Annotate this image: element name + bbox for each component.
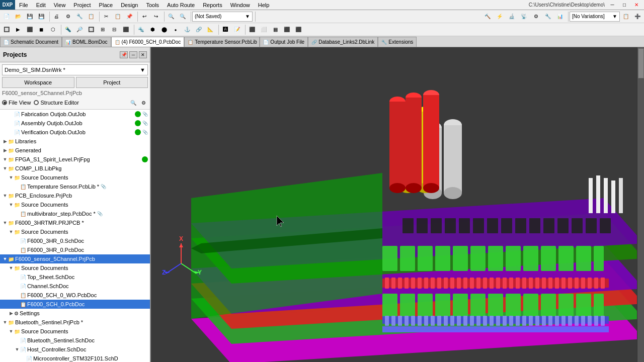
print-btn[interactable]: 🖨 [51, 11, 62, 22]
minimize-btn[interactable]: ─ [607, 0, 618, 11]
tb-r7[interactable]: 📊 [554, 11, 566, 22]
menu-design[interactable]: Design [117, 0, 142, 10]
tb2-8[interactable]: 🔲 [86, 24, 97, 35]
tb2-24[interactable]: ⬛ [281, 24, 292, 35]
tb2-14[interactable]: ⬤ [158, 24, 170, 35]
menu-help[interactable]: Help [254, 0, 274, 10]
tree-item-comp_src[interactable]: ▼📁Source Documents [0, 173, 150, 182]
tb-r4[interactable]: 📡 [518, 11, 529, 22]
tree-item-top_sheet[interactable]: 📄Top_Sheet.SchDoc [0, 273, 150, 282]
menu-autoroute[interactable]: Auto Route [163, 0, 199, 10]
tb2-17[interactable]: 🔗 [193, 24, 204, 35]
workspace-btn[interactable]: Workspace [2, 77, 74, 88]
tree-item-f6000_5ch[interactable]: ▼📁F6000_sensor_5Channel.PrjPcb [0, 254, 150, 263]
panel-min-btn[interactable]: ─ [129, 51, 137, 58]
menu-view[interactable]: View [50, 0, 70, 10]
tab-schematic[interactable]: 📄 Schematic Document [0, 37, 62, 47]
tb2-18[interactable]: 📐 [205, 24, 216, 35]
tree-toggle-assembly[interactable] [8, 120, 14, 126]
tree-toggle-bt_src[interactable]: ▼ [8, 328, 14, 334]
tb2-23[interactable]: ▦ [270, 24, 281, 35]
tree-item-generated[interactable]: ▶📁Generated [0, 146, 150, 155]
menu-file[interactable]: File [15, 0, 32, 10]
tb2-1[interactable]: 🔲 [1, 24, 12, 35]
tree-toggle-top_sheet[interactable] [14, 274, 20, 280]
tree-item-pcb_src[interactable]: ▼📁Source Documents [0, 200, 150, 209]
menu-edit[interactable]: Edit [32, 0, 50, 10]
tree-item-temp_sensor[interactable]: 📋Temperature Sensor.PcbLib *📎 [0, 182, 150, 191]
tree-toggle-f6000_5ch_src[interactable]: ▼ [8, 265, 14, 271]
scrollbar-thumb[interactable] [638, 48, 644, 78]
tb-r1[interactable]: 🔨 [482, 11, 493, 22]
unsaved-dropdown[interactable]: (Not Saved) ▼ [192, 12, 253, 22]
tree-toggle-verification[interactable] [8, 129, 14, 135]
no-variations-dropdown[interactable]: [No Variations] ▼ [570, 12, 620, 22]
tree-toggle-pcb_enclosure[interactable]: ▼ [2, 193, 8, 199]
tree-toggle-f6000_3hr_0_pcb[interactable] [14, 247, 20, 253]
tree-item-f6000_3hr_0_sch[interactable]: 📄F6000_3HR_0.SchDoc [0, 236, 150, 245]
tb2-22[interactable]: ⬜ [258, 24, 269, 35]
undo-btn[interactable]: ↩ [139, 11, 150, 22]
tree-item-fpga[interactable]: ▼📁FPGA_S1_Spirit_Level.PrjFpg [0, 155, 150, 164]
tb-btn6[interactable]: 🔧 [74, 11, 85, 22]
tree-toggle-micro[interactable] [20, 355, 26, 361]
panel-view-btn1[interactable]: 🔍 [129, 98, 138, 107]
tree-item-f6000_5ch_src[interactable]: ▼📁Source Documents [0, 263, 150, 273]
zoom-out-btn[interactable]: 🔍 [177, 11, 188, 22]
tb2-2[interactable]: ▶ [13, 24, 24, 35]
tb2-20[interactable]: 📝 [231, 24, 243, 35]
panel-close-btn[interactable]: ✕ [139, 51, 147, 58]
paste-btn[interactable]: 📌 [124, 11, 135, 22]
panel-view-btn2[interactable]: ⚙ [139, 98, 148, 107]
tree-toggle-libraries[interactable]: ▶ [2, 138, 8, 144]
tb2-11[interactable]: ⬛ [120, 24, 131, 35]
tree-item-micro[interactable]: 📄Microcontroller_STM32F101.SchD [0, 354, 150, 362]
tb2-15[interactable]: ⬥ [170, 24, 181, 35]
tree-item-libraries[interactable]: ▶📁Libraries [0, 137, 150, 146]
tree-toggle-f6000_3hr_0_sch[interactable] [14, 238, 20, 244]
tb2-21[interactable]: ⬛ [247, 24, 258, 35]
menu-window[interactable]: Window [226, 0, 254, 10]
tree-toggle-f6000_5ch[interactable]: ▼ [2, 256, 8, 262]
tree-item-f6000_3hr_src[interactable]: ▼📁Source Documents [0, 227, 150, 236]
tree-item-bt_src[interactable]: ▼📁Source Documents [0, 327, 150, 336]
tree-item-verification[interactable]: 📄Verification Outjob.OutJob📎 [0, 128, 150, 137]
tab-dblink[interactable]: 🔗 Database_Links2.DbLink [308, 37, 378, 47]
save-btn[interactable]: 💾 [24, 11, 35, 22]
redo-btn[interactable]: ↪ [150, 11, 162, 22]
copy-btn[interactable]: 📋 [112, 11, 123, 22]
maximize-btn[interactable]: □ [619, 0, 630, 11]
tree-item-fabrication[interactable]: 📄Fabrication Outjob.OutJob📎 [0, 110, 150, 119]
tree-item-bt_sentinel_sch[interactable]: 📄Bluetooth_Sentinel.SchDoc [0, 336, 150, 345]
tree-toggle-comp_lib[interactable]: ▼ [2, 165, 8, 171]
tree-toggle-f6000_3hr_src[interactable]: ▼ [8, 229, 14, 235]
tab-temp[interactable]: 📋 Temperature Sensor.PcbLib [184, 37, 260, 47]
tree-toggle-fabrication[interactable] [8, 111, 14, 117]
tree-item-assembly[interactable]: 📄Assembly Outjob.OutJob📎 [0, 119, 150, 128]
tab-output[interactable]: 📄 Output Job File [260, 37, 308, 47]
tb2-5[interactable]: ⬡ [47, 24, 58, 35]
cut-btn[interactable]: ✂ [101, 11, 112, 22]
tb-r5[interactable]: ⚙ [530, 11, 541, 22]
tree-item-comp_lib[interactable]: ▼📁COMP_LIB.LibPkg [0, 164, 150, 173]
tree-item-f6000_sch_0[interactable]: 📋F6000_SCH_0.PcbDoc [0, 300, 150, 309]
tree-toggle-temp_sensor[interactable] [14, 184, 20, 190]
tree-item-f6000_wo_pcb[interactable]: 📋F6000_5CH_0_WO.PcbDoc [0, 291, 150, 300]
new-btn[interactable]: 📄 [1, 11, 12, 22]
tb2-7[interactable]: 🔎 [74, 24, 85, 35]
tree-item-settings[interactable]: ▶⚙Settings [0, 309, 150, 318]
tb-end1[interactable]: 📋 [620, 11, 631, 22]
tree-toggle-channel[interactable] [14, 283, 20, 289]
tree-item-multivibrator[interactable]: 📋multivibrator_step.PcbDoc *📎 [0, 209, 150, 218]
menu-place[interactable]: Place [95, 0, 117, 10]
tb2-13[interactable]: ⬢ [147, 24, 158, 35]
panel-pin-btn[interactable]: 📌 [120, 51, 128, 58]
tb-btn5[interactable]: ⚙ [62, 11, 73, 22]
tree-toggle-f6000_sch_0[interactable] [14, 301, 20, 307]
file-view-radio[interactable]: File View [2, 100, 31, 106]
tree-toggle-bt_sentinel_sch[interactable] [14, 337, 20, 343]
structure-editor-radio[interactable]: Structure Editor [34, 100, 78, 106]
tree-toggle-multivibrator[interactable] [14, 211, 20, 217]
tb-r6[interactable]: 🔧 [542, 11, 553, 22]
tb-r2[interactable]: ⚡ [494, 11, 505, 22]
